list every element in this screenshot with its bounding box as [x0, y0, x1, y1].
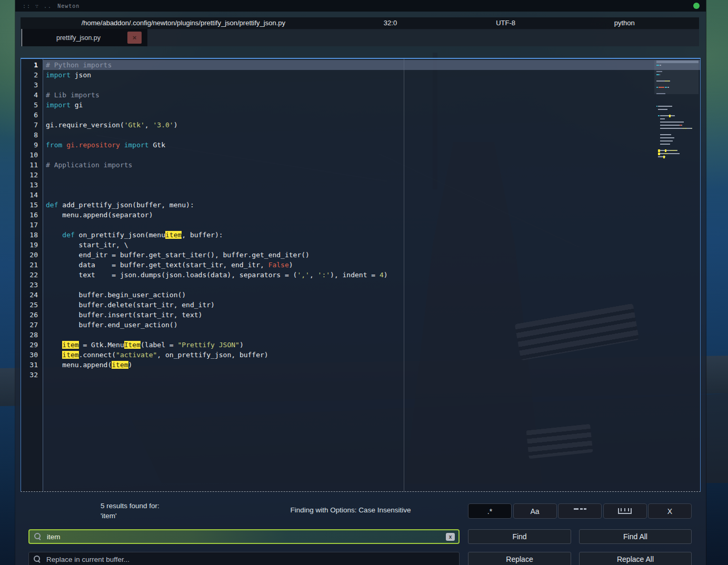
- code-line[interactable]: [43, 220, 700, 230]
- find-input[interactable]: [46, 532, 446, 541]
- code-line[interactable]: start_itr, \: [43, 240, 700, 250]
- code-token: '3.0': [153, 121, 174, 129]
- minimap-line-mark: [658, 149, 660, 152]
- code-line[interactable]: buffer.delete(start_itr, end_itr): [43, 300, 700, 310]
- code-token: gi.require_version(: [46, 121, 124, 129]
- line-number: 7: [21, 120, 43, 130]
- code-line[interactable]: data = buffer.get_text(start_itr, end_it…: [43, 260, 700, 270]
- line-number: 22: [21, 270, 43, 280]
- minimap[interactable]: [656, 60, 699, 170]
- line-number: 20: [21, 250, 43, 260]
- minimap-line-mark: [656, 74, 659, 75]
- tab-close-icon[interactable]: ×: [127, 32, 142, 44]
- tab-label: prettify_json.py: [22, 34, 127, 42]
- code-line[interactable]: [43, 280, 700, 290]
- minimap-line-mark: [660, 128, 683, 129]
- code-line[interactable]: [43, 110, 700, 120]
- replace-input[interactable]: [45, 555, 459, 564]
- whole-word-toggle-button[interactable]: [603, 503, 647, 519]
- code-line[interactable]: buffer.end_user_action(): [43, 320, 700, 330]
- minimap-line-mark: [660, 144, 671, 145]
- replace-button[interactable]: Replace: [468, 552, 571, 565]
- clear-input-icon[interactable]: x: [446, 533, 455, 541]
- search-icon: [34, 533, 42, 541]
- code-line[interactable]: import gi: [43, 100, 700, 110]
- line-number: 2: [21, 70, 43, 80]
- code-token: ,: [145, 121, 153, 129]
- code-line[interactable]: # Python imports: [43, 60, 700, 70]
- minimap-line-mark: [660, 134, 671, 135]
- code-line[interactable]: [43, 170, 700, 180]
- code-line[interactable]: text = json.dumps(json.loads(data), sepa…: [43, 270, 700, 280]
- code-line[interactable]: item.connect("activate", on_prettify_jso…: [43, 350, 700, 360]
- minimap-line-mark: [656, 71, 662, 72]
- line-number: 30: [21, 350, 43, 360]
- line-number: 18: [21, 230, 43, 240]
- search-option-toggles: .* Aa X: [468, 503, 692, 519]
- code-line[interactable]: [43, 150, 700, 160]
- line-number: 15: [21, 200, 43, 210]
- code-line[interactable]: menu.append(item): [43, 360, 700, 370]
- line-number: 9: [21, 140, 43, 150]
- minimap-line-mark: [658, 156, 663, 157]
- code-token: [62, 141, 66, 149]
- highlight-matches-toggle-button[interactable]: [558, 503, 602, 519]
- code-token: "activate": [116, 351, 157, 359]
- code-line[interactable]: [43, 180, 700, 190]
- window-control-button[interactable]: [693, 3, 700, 9]
- file-path: /home/abaddon/.config/newton/plugins/pre…: [82, 19, 285, 27]
- minimap-line-mark: [665, 156, 665, 157]
- code-token: (label =: [141, 341, 177, 349]
- minimap-line-mark: [670, 150, 676, 151]
- code-line[interactable]: item = Gtk.MenuItem(label = "Prettify JS…: [43, 340, 700, 350]
- code-line[interactable]: [43, 330, 700, 340]
- find-all-button[interactable]: Find All: [579, 529, 692, 544]
- code-line[interactable]: menu.append(separator): [43, 210, 700, 220]
- minimap-line-mark: [677, 150, 677, 151]
- line-number: 28: [21, 330, 43, 340]
- find-button[interactable]: Find: [468, 529, 571, 544]
- code-line[interactable]: # Application imports: [43, 160, 700, 170]
- search-match-highlight: Item: [124, 341, 141, 349]
- case-sensitive-toggle-button[interactable]: Aa: [513, 503, 557, 519]
- code-token: json: [71, 71, 91, 79]
- code-line[interactable]: [43, 190, 700, 200]
- code-line[interactable]: end_itr = buffer.get_start_iter(), buffe…: [43, 250, 700, 260]
- replace-input-container: [28, 552, 460, 565]
- window-title: Newton: [57, 3, 79, 9]
- minimap-line-mark: [660, 118, 665, 119]
- code-line[interactable]: buffer.begin_user_action(): [43, 290, 700, 300]
- code-line[interactable]: import json: [43, 70, 700, 80]
- window-titlebar[interactable]: :: ∵ .. Newton: [15, 0, 706, 12]
- code-line[interactable]: def add_prettify_json(buffer, menu):: [43, 200, 700, 210]
- tab-prettify-json[interactable]: prettify_json.py ×: [22, 29, 147, 46]
- line-number: 8: [21, 130, 43, 140]
- line-number: 29: [21, 340, 43, 350]
- code-line[interactable]: [43, 130, 700, 140]
- code-line[interactable]: [43, 80, 700, 90]
- minimap-line-mark: [660, 140, 673, 142]
- code-line[interactable]: buffer.insert(start_itr, text): [43, 310, 700, 320]
- search-match-highlight: item: [62, 341, 78, 349]
- code-line[interactable]: from gi.repository import Gtk: [43, 140, 700, 150]
- search-results-summary: 5 results found for: 'item': [101, 501, 159, 521]
- line-number: 10: [21, 150, 43, 160]
- code-line[interactable]: gi.require_version('Gtk', '3.0'): [43, 120, 700, 130]
- minimap-line-mark: [664, 153, 668, 154]
- code-area[interactable]: # Python importsimport json# Lib imports…: [43, 59, 700, 491]
- regex-toggle-button[interactable]: .*: [468, 503, 512, 519]
- code-token: add_prettify_json(buffer, menu):: [58, 201, 194, 209]
- code-token: buffer.end_user_action(): [46, 321, 177, 329]
- code-line[interactable]: def on_prettify_json(menuitem, buffer):: [43, 230, 700, 240]
- minimap-line-mark: [660, 137, 674, 138]
- code-token: "Prettify JSON": [177, 341, 239, 349]
- code-token: ): [384, 271, 388, 279]
- close-search-button[interactable]: X: [648, 503, 692, 519]
- replace-all-button[interactable]: Replace All: [579, 552, 692, 565]
- code-line[interactable]: # Lib imports: [43, 90, 700, 100]
- code-editor[interactable]: 1234567891011121314151617181920212223242…: [21, 58, 701, 492]
- line-number: 25: [21, 300, 43, 310]
- workspace-indicator-icons: :: ∵ ..: [23, 3, 52, 9]
- code-line[interactable]: [43, 370, 700, 380]
- code-token: 'Gtk': [124, 121, 145, 129]
